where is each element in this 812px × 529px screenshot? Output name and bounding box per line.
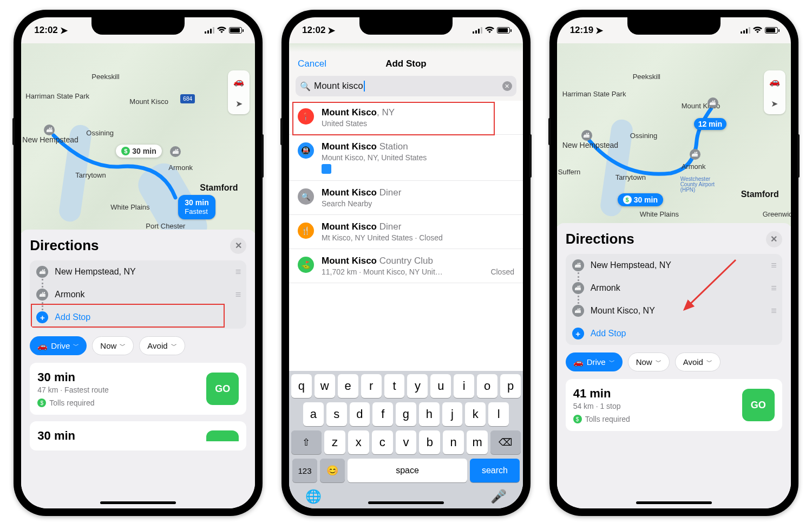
depart-time-pill[interactable]: Now﹀ (92, 336, 134, 355)
add-stop-row[interactable]: +Add Stop (566, 322, 782, 345)
key-c[interactable]: c (372, 430, 393, 454)
reorder-handle-icon[interactable]: ≡ (771, 283, 776, 294)
key-a[interactable]: a (303, 402, 324, 426)
key-e[interactable]: e (338, 374, 358, 398)
key-f[interactable]: f (372, 402, 393, 426)
key-row: 123 😊 space search (291, 459, 521, 482)
go-button[interactable]: GO (206, 373, 239, 405)
key-y[interactable]: y (407, 374, 428, 398)
key-row: qwertyuiop (291, 374, 521, 398)
home-indicator[interactable] (368, 501, 444, 504)
key-x[interactable]: x (348, 430, 369, 454)
backspace-key[interactable]: ⌫ (490, 430, 521, 454)
stop-row[interactable]: 🏙Armonk≡ (566, 277, 782, 299)
dollar-icon: $ (623, 195, 632, 204)
driving-mode-button[interactable]: 🚗 (228, 70, 250, 92)
key-d[interactable]: d (350, 402, 370, 426)
add-stop-row[interactable]: + Add Stop (30, 306, 246, 329)
reorder-handle-icon[interactable]: ≡ (771, 260, 776, 271)
locate-button[interactable]: ➤ (228, 93, 250, 114)
key-j[interactable]: j (442, 402, 463, 426)
numbers-key[interactable]: 123 (292, 459, 317, 482)
end-pin-icon: 🏙 (708, 97, 718, 108)
avoid-pill[interactable]: Avoid﹀ (675, 352, 721, 371)
key-l[interactable]: l (488, 402, 509, 426)
key-b[interactable]: b (419, 430, 440, 454)
modal-title: Add Stop (385, 58, 427, 69)
close-button[interactable]: ✕ (230, 238, 246, 254)
map-view[interactable]: Harriman State Park Peekskill Mount Kisc… (557, 43, 791, 226)
result-row[interactable]: 🍴 Mount Kisco DinerMt Kisco, NY United S… (289, 215, 523, 249)
key-m[interactable]: m (467, 430, 488, 454)
clear-button[interactable]: ✕ (502, 81, 512, 91)
search-key[interactable]: search (470, 459, 520, 482)
result-row[interactable]: ⛳ Mount Kisco Country Club11,702 km · Mo… (289, 249, 523, 283)
key-q[interactable]: q (291, 374, 312, 398)
globe-key[interactable]: 🌐 (305, 489, 322, 504)
map-label: White Plains (640, 210, 679, 218)
search-input[interactable]: 🔍 Mount kisco ✕ (296, 76, 516, 96)
search-icon: 🔍 (298, 188, 314, 205)
go-button[interactable] (206, 430, 239, 441)
key-z[interactable]: z (324, 430, 345, 454)
add-stop-label: Add Stop (591, 329, 776, 338)
key-o[interactable]: o (477, 374, 497, 398)
segment-time-badge[interactable]: 12 min (694, 118, 726, 130)
dictation-key[interactable]: 🎤 (490, 489, 507, 504)
shift-key[interactable]: ⇧ (291, 430, 322, 454)
reorder-handle-icon[interactable]: ≡ (235, 266, 240, 278)
map-label: Armonk (682, 162, 706, 171)
key-h[interactable]: h (419, 402, 440, 426)
transport-mode-pill[interactable]: 🚗Drive﹀ (566, 352, 623, 371)
location-arrow-icon: ➤ (328, 25, 335, 36)
reorder-handle-icon[interactable]: ≡ (235, 289, 240, 301)
key-r[interactable]: r (361, 374, 382, 398)
key-p[interactable]: p (500, 374, 521, 398)
stop-pin-icon: 🏙 (572, 259, 584, 271)
reorder-handle-icon[interactable]: ≡ (771, 305, 776, 317)
key-w[interactable]: w (315, 374, 335, 398)
fastest-route-badge[interactable]: 30 minFastest (178, 195, 215, 219)
map-label: Harriman State Park (25, 92, 89, 100)
sheet-title: Directions (566, 231, 634, 247)
key-g[interactable]: g (396, 402, 416, 426)
key-n[interactable]: n (443, 430, 464, 454)
directions-sheet: Directions ✕ 🏙 New Hempstead, NY ≡ 🏙 Arm… (21, 230, 255, 508)
cancel-button[interactable]: Cancel (298, 58, 326, 69)
segment-time-badge[interactable]: $30 min (618, 193, 663, 206)
key-k[interactable]: k (465, 402, 486, 426)
space-key[interactable]: space (348, 459, 467, 482)
chevron-down-icon: ﹀ (706, 358, 712, 366)
travel-time-badge[interactable]: $30 min (116, 145, 161, 158)
avoid-pill[interactable]: Avoid﹀ (139, 336, 185, 355)
map-view[interactable]: Harriman State Park Peekskill Mount Kisc… (21, 43, 255, 233)
search-query: Mount kisco (314, 81, 499, 92)
key-i[interactable]: i (454, 374, 474, 398)
result-row[interactable]: 🚇 Mount Kisco StationMount Kisco, NY, Un… (289, 135, 523, 181)
result-row[interactable]: 📍 Mount Kisco, NYUnited States (289, 101, 523, 135)
emoji-key[interactable]: 😊 (320, 459, 345, 482)
result-row[interactable]: 🔍 Mount Kisco DinerSearch Nearby (289, 181, 523, 215)
driving-mode-button[interactable]: 🚗 (764, 70, 785, 92)
stop-row[interactable]: 🏙 New Hempstead, NY ≡ (30, 260, 246, 283)
key-s[interactable]: s (326, 402, 347, 426)
depart-time-pill[interactable]: Now﹀ (628, 352, 670, 371)
route-option-card[interactable]: 30 min 47 km · Fastest route $Tolls requ… (30, 363, 246, 415)
stop-row[interactable]: 🏙 Armonk ≡ (30, 283, 246, 306)
stop-row[interactable]: 🏙New Hempstead, NY≡ (566, 254, 782, 277)
route-time: 30 min (37, 370, 200, 384)
transport-mode-pill[interactable]: 🚗Drive﹀ (30, 336, 87, 355)
map-label: Greenwich (763, 210, 791, 218)
stop-row[interactable]: 🏙Mount Kisco, NY≡ (566, 299, 782, 322)
go-button[interactable]: GO (742, 389, 775, 421)
home-indicator[interactable] (100, 501, 176, 504)
locate-button[interactable]: ➤ (764, 93, 785, 114)
key-t[interactable]: t (384, 374, 405, 398)
route-time: 41 min (573, 387, 736, 401)
key-v[interactable]: v (396, 430, 417, 454)
route-option-card[interactable]: 41 min 54 km · 1 stop $Tolls required GO (566, 379, 782, 431)
route-option-card[interactable]: 30 min (30, 421, 246, 450)
close-button[interactable]: ✕ (766, 231, 782, 247)
home-indicator[interactable] (636, 501, 712, 504)
key-u[interactable]: u (430, 374, 451, 398)
